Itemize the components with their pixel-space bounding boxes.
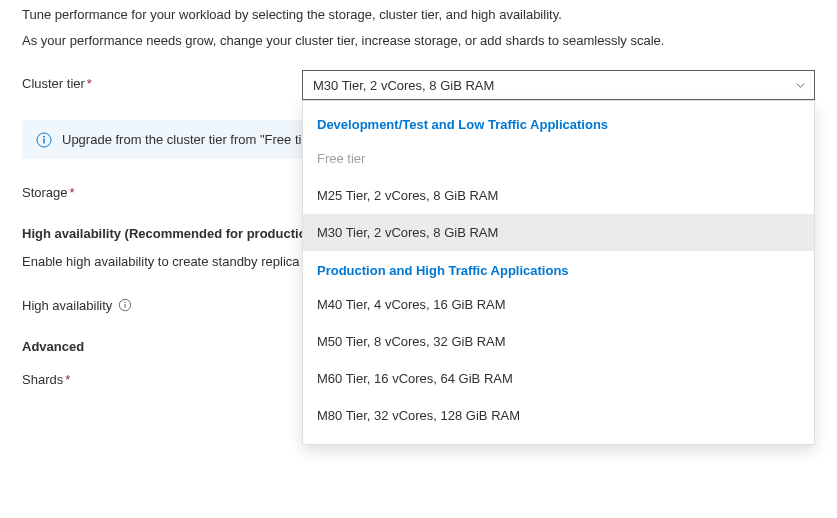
- label-text: High availability: [22, 298, 112, 313]
- high-availability-label: High availability: [22, 292, 302, 313]
- svg-rect-5: [125, 304, 126, 308]
- required-asterisk: *: [65, 372, 70, 387]
- cluster-tier-select[interactable]: M30 Tier, 2 vCores, 8 GiB RAM: [302, 70, 815, 100]
- dropdown-option[interactable]: M50 Tier, 8 vCores, 32 GiB RAM: [303, 323, 814, 360]
- shards-label: Shards*: [22, 366, 302, 387]
- cluster-tier-row: Cluster tier* M30 Tier, 2 vCores, 8 GiB …: [22, 70, 815, 100]
- storage-label: Storage*: [22, 179, 302, 200]
- required-asterisk: *: [70, 185, 75, 200]
- dropdown-option[interactable]: M40 Tier, 4 vCores, 16 GiB RAM: [303, 286, 814, 323]
- svg-point-4: [125, 302, 126, 303]
- dropdown-option[interactable]: M60 Tier, 16 vCores, 64 GiB RAM: [303, 360, 814, 397]
- dropdown-option: Free tier: [303, 140, 814, 177]
- dropdown-option[interactable]: M80 Tier, 32 vCores, 128 GiB RAM: [303, 397, 814, 434]
- intro-line: As your performance needs grow, change y…: [22, 32, 815, 50]
- svg-rect-2: [43, 139, 44, 144]
- chevron-down-icon: [794, 79, 806, 91]
- dropdown-group-header: Production and High Traffic Applications: [303, 251, 814, 286]
- info-icon[interactable]: [118, 298, 132, 312]
- cluster-tier-label: Cluster tier*: [22, 70, 302, 91]
- dropdown-option[interactable]: M25 Tier, 2 vCores, 8 GiB RAM: [303, 177, 814, 214]
- label-text: Cluster tier: [22, 76, 85, 91]
- required-asterisk: *: [87, 76, 92, 91]
- label-text: Shards: [22, 372, 63, 387]
- label-text: Storage: [22, 185, 68, 200]
- select-value: M30 Tier, 2 vCores, 8 GiB RAM: [313, 78, 494, 93]
- info-icon: [36, 132, 52, 148]
- intro-line: Tune performance for your workload by se…: [22, 6, 815, 24]
- cluster-tier-dropdown[interactable]: Development/Test and Low Traffic Applica…: [302, 100, 815, 445]
- dropdown-option[interactable]: M30 Tier, 2 vCores, 8 GiB RAM: [303, 214, 814, 251]
- dropdown-group-header: Development/Test and Low Traffic Applica…: [303, 105, 814, 140]
- svg-point-1: [43, 136, 45, 138]
